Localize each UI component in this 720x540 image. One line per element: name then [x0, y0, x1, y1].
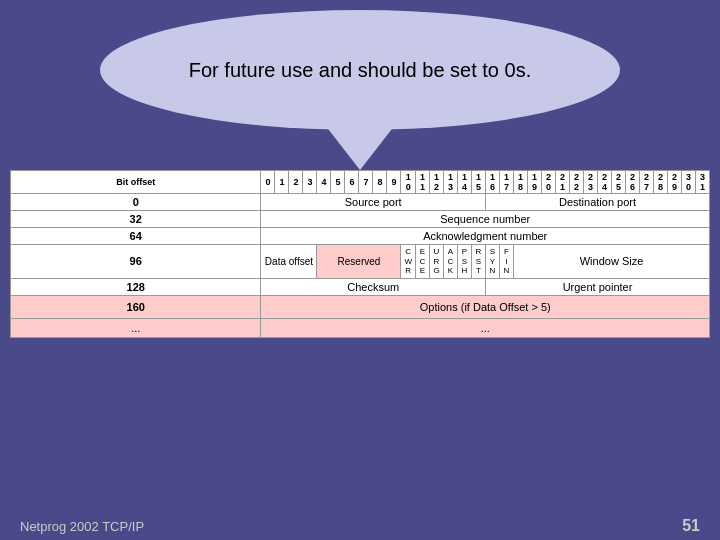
source-port-cell: Source port — [261, 194, 486, 211]
bit-2: 2 — [289, 171, 303, 194]
bit-23: 23 — [584, 171, 598, 194]
footer-label: Netprog 2002 TCP/IP — [20, 519, 144, 534]
bit-29: 29 — [668, 171, 682, 194]
bit-1: 1 — [275, 171, 289, 194]
table-row: 64 Acknowledgment number — [11, 228, 710, 245]
table-row: 32 Sequence number — [11, 211, 710, 228]
bit-12: 12 — [430, 171, 444, 194]
rst-flag-cell: RST — [472, 245, 486, 279]
offset-dots: ... — [11, 318, 261, 337]
bit-26: 26 — [626, 171, 640, 194]
ack-flag-cell: ACK — [444, 245, 458, 279]
footer: Netprog 2002 TCP/IP 51 — [0, 517, 720, 535]
bit-25: 25 — [612, 171, 626, 194]
table-row: ... ... — [11, 318, 710, 337]
table-row: 128 Checksum Urgent pointer — [11, 278, 710, 295]
offset-0: 0 — [11, 194, 261, 211]
bit-number-header-row: Bit offset 0 1 2 3 4 5 6 7 8 9 10 11 12 … — [11, 171, 710, 194]
table-row: 96 Data offset Reserved CWR ECE URG ACK … — [11, 245, 710, 279]
bit-28: 28 — [654, 171, 668, 194]
offset-32: 32 — [11, 211, 261, 228]
syn-flag-cell: SYN — [486, 245, 500, 279]
offset-128: 128 — [11, 278, 261, 295]
bit-10: 10 — [401, 171, 416, 194]
table-row: 160 Options (if Data Offset > 5) — [11, 295, 710, 318]
bit-0: 0 — [261, 171, 275, 194]
bit-8: 8 — [373, 171, 387, 194]
options-cell: Options (if Data Offset > 5) — [261, 295, 710, 318]
bit-21: 21 — [556, 171, 570, 194]
fin-flag-cell: FIN — [500, 245, 514, 279]
bit-24: 24 — [598, 171, 612, 194]
page-number: 51 — [682, 517, 700, 535]
cwr-flag-cell: CWR — [401, 245, 416, 279]
tcp-table-container: Bit offset 0 1 2 3 4 5 6 7 8 9 10 11 12 … — [10, 170, 710, 500]
bit-3: 3 — [303, 171, 317, 194]
bit-9: 9 — [387, 171, 401, 194]
offset-160: 160 — [11, 295, 261, 318]
bit-14: 14 — [458, 171, 472, 194]
bit-4: 4 — [317, 171, 331, 194]
dots-cell: ... — [261, 318, 710, 337]
bit-15: 15 — [472, 171, 486, 194]
tcp-header-table: Bit offset 0 1 2 3 4 5 6 7 8 9 10 11 12 … — [10, 170, 710, 338]
speech-bubble: For future use and should be set to 0s. — [100, 10, 620, 130]
destination-port-cell: Destination port — [486, 194, 710, 211]
bit-19: 19 — [528, 171, 542, 194]
reserved-cell: Reserved — [317, 245, 401, 279]
ece-flag-cell: ECE — [416, 245, 430, 279]
bit-5: 5 — [331, 171, 345, 194]
sequence-number-cell: Sequence number — [261, 211, 710, 228]
bit-31: 31 — [696, 171, 710, 194]
bit-13: 13 — [444, 171, 458, 194]
bit-11: 11 — [416, 171, 430, 194]
window-size-cell: Window Size — [514, 245, 710, 279]
bit-30: 30 — [682, 171, 696, 194]
psh-flag-cell: PSH — [458, 245, 472, 279]
bit-16: 16 — [486, 171, 500, 194]
bit-27: 27 — [640, 171, 654, 194]
bit-22: 22 — [570, 171, 584, 194]
urg-flag-cell: URG — [430, 245, 444, 279]
data-offset-cell: Data offset — [261, 245, 317, 279]
bit-offset-header: Bit offset — [11, 171, 261, 194]
bit-17: 17 — [500, 171, 514, 194]
offset-96: 96 — [11, 245, 261, 279]
offset-64: 64 — [11, 228, 261, 245]
checksum-cell: Checksum — [261, 278, 486, 295]
bit-20: 20 — [542, 171, 556, 194]
bit-18: 18 — [514, 171, 528, 194]
ack-number-cell: Acknowledgment number — [261, 228, 710, 245]
table-row: 0 Source port Destination port — [11, 194, 710, 211]
bubble-text: For future use and should be set to 0s. — [149, 59, 571, 82]
speech-bubble-container: For future use and should be set to 0s. — [80, 10, 640, 130]
bit-6: 6 — [345, 171, 359, 194]
urgent-pointer-cell: Urgent pointer — [486, 278, 710, 295]
bit-7: 7 — [359, 171, 373, 194]
